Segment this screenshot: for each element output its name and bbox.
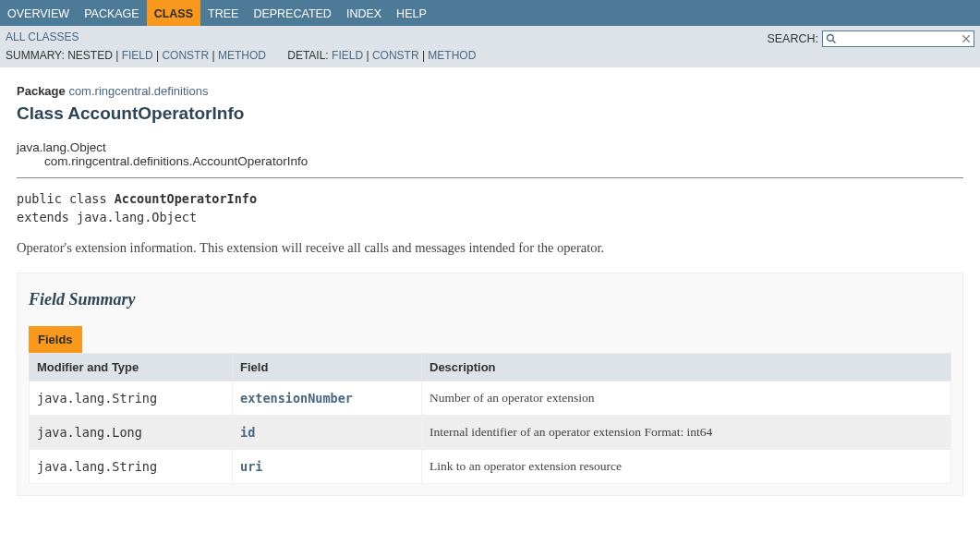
svg-point-0 — [828, 35, 834, 42]
nav-package[interactable]: PACKAGE — [77, 0, 147, 26]
col-description: Description — [422, 353, 951, 381]
class-declaration: public class AccountOperatorInfo extends… — [17, 189, 963, 227]
nav-deprecated[interactable]: DEPRECATED — [246, 0, 339, 26]
package-line: Package com.ringcentral.definitions — [17, 84, 963, 98]
summary-constr-link[interactable]: CONSTR — [162, 49, 209, 62]
search-box: SEARCH: — [767, 30, 974, 47]
search-wrapper — [822, 30, 974, 47]
top-nav: OVERVIEW PACKAGE CLASS TREE DEPRECATED I… — [0, 0, 980, 26]
detail-constr-link[interactable]: CONSTR — [372, 49, 419, 62]
field-link[interactable]: extensionNumber — [240, 391, 353, 406]
inheritance-tree: java.lang.Object com.ringcentral.definit… — [17, 140, 963, 168]
field-name: id — [233, 415, 422, 449]
tab-bar: Fields — [29, 326, 951, 353]
field-modifier: java.lang.String — [30, 449, 233, 483]
summary-nested: NESTED — [67, 49, 113, 62]
table-header-row: Modifier and Type Field Description — [30, 353, 951, 381]
field-name: extensionNumber — [233, 381, 422, 415]
nav-class[interactable]: CLASS — [147, 0, 200, 26]
inheritance-self: com.ringcentral.definitions.AccountOpera… — [44, 154, 963, 168]
sub-nav: ALL CLASSES SUMMARY: NESTED | FIELD | CO… — [0, 26, 980, 67]
class-description: Operator's extension information. This e… — [17, 240, 963, 256]
summary-field-link[interactable]: FIELD — [122, 49, 153, 62]
table-row: java.lang.String uri Link to an operator… — [30, 449, 951, 483]
content: Package com.ringcentral.definitions Clas… — [0, 67, 980, 515]
svg-line-1 — [833, 41, 836, 43]
decl-extends: extends java.lang.Object — [17, 210, 197, 224]
field-link[interactable]: uri — [240, 459, 262, 474]
field-description: Internal identifier of an operator exten… — [422, 415, 951, 449]
field-summary-section: Field Summary Fields Modifier and Type F… — [17, 272, 963, 496]
field-summary-heading: Field Summary — [29, 290, 951, 309]
field-modifier: java.lang.String — [30, 381, 233, 415]
nav-list: OVERVIEW PACKAGE CLASS TREE DEPRECATED I… — [0, 0, 980, 26]
nav-help[interactable]: HELP — [389, 0, 434, 26]
class-title: Class AccountOperatorInfo — [17, 103, 963, 124]
summary-group: SUMMARY: NESTED | FIELD | CONSTR | METHO… — [6, 49, 266, 62]
col-field: Field — [233, 353, 422, 381]
detail-field-link[interactable]: FIELD — [332, 49, 363, 62]
package-link[interactable]: com.ringcentral.definitions — [68, 84, 208, 98]
inheritance-parent: java.lang.Object — [17, 140, 963, 154]
clear-icon[interactable] — [961, 33, 972, 44]
nav-tree[interactable]: TREE — [200, 0, 246, 26]
fields-tab[interactable]: Fields — [29, 326, 82, 353]
search-input[interactable] — [840, 32, 955, 45]
field-description: Number of an operator extension — [422, 381, 951, 415]
summary-label: SUMMARY: — [6, 49, 65, 62]
subnav-row: SUMMARY: NESTED | FIELD | CONSTR | METHO… — [6, 49, 974, 67]
decl-name: AccountOperatorInfo — [115, 191, 257, 206]
table-row: java.lang.Long id Internal identifier of… — [30, 415, 951, 449]
detail-label: DETAIL: — [287, 49, 328, 62]
detail-method-link[interactable]: METHOD — [428, 49, 476, 62]
field-link[interactable]: id — [240, 425, 255, 440]
nav-overview[interactable]: OVERVIEW — [0, 0, 77, 26]
detail-group: DETAIL: FIELD | CONSTR | METHOD — [287, 49, 476, 62]
summary-method-link[interactable]: METHOD — [218, 49, 266, 62]
fields-table: Modifier and Type Field Description java… — [29, 353, 951, 484]
table-row: java.lang.String extensionNumber Number … — [30, 381, 951, 415]
nav-index[interactable]: INDEX — [339, 0, 389, 26]
separator — [17, 177, 963, 178]
field-description: Link to an operator extension resource — [422, 449, 951, 483]
search-label: SEARCH: — [767, 32, 818, 45]
col-modifier: Modifier and Type — [30, 353, 233, 381]
decl-prefix: public class — [17, 191, 115, 206]
field-name: uri — [233, 449, 422, 483]
field-modifier: java.lang.Long — [30, 415, 233, 449]
search-icon — [826, 33, 837, 44]
package-label: Package — [17, 84, 66, 98]
